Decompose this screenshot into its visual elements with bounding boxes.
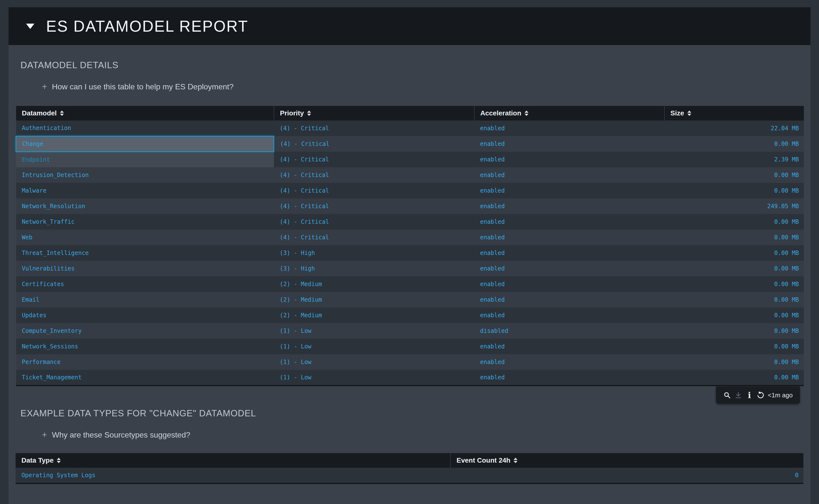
cell-event-count[interactable]: 0	[450, 468, 803, 483]
table-row[interactable]: Performance(1) - Lowenabled0.00 MB	[16, 354, 804, 370]
cell-datamodel[interactable]: Network_Sessions	[16, 339, 274, 354]
cell-link[interactable]: enabled	[480, 234, 505, 241]
column-header-priority[interactable]: Priority	[274, 106, 474, 121]
cell-datamodel[interactable]: Change	[16, 136, 274, 152]
cell-link[interactable]: 0.00 MB	[774, 343, 799, 350]
cell-priority[interactable]: (1) - Low	[274, 323, 474, 339]
cell-link[interactable]: enabled	[480, 250, 505, 256]
cell-datamodel[interactable]: Threat_Intelligence	[16, 245, 274, 261]
table-row[interactable]: Web(4) - Criticalenabled0.00 MB	[16, 230, 804, 245]
cell-link[interactable]: Network_Sessions	[22, 343, 78, 350]
cell-link[interactable]: 0	[795, 472, 799, 479]
cell-priority[interactable]: (4) - Critical	[274, 214, 474, 230]
cell-size[interactable]: 0.00 MB	[665, 261, 804, 276]
cell-link[interactable]: Compute_Inventory	[22, 327, 82, 334]
cell-priority[interactable]: (2) - Medium	[274, 276, 474, 292]
cell-size[interactable]: 0.00 MB	[665, 292, 804, 308]
cell-datamodel[interactable]: Web	[16, 230, 274, 245]
cell-link[interactable]: Network_Resolution	[22, 203, 85, 210]
cell-priority[interactable]: (1) - Low	[274, 354, 474, 370]
cell-link[interactable]: enabled	[480, 172, 505, 178]
table-row[interactable]: Malware(4) - Criticalenabled0.00 MB	[16, 183, 804, 198]
cell-link[interactable]: Ticket_Management	[22, 374, 82, 381]
cell-datamodel[interactable]: Endpoint	[16, 152, 274, 167]
cell-priority[interactable]: (3) - High	[274, 245, 474, 261]
table-row[interactable]: Network_Resolution(4) - Criticalenabled2…	[16, 198, 804, 214]
cell-acceleration[interactable]: enabled	[474, 136, 665, 152]
cell-link[interactable]: 0.00 MB	[774, 312, 799, 319]
cell-link[interactable]: (2) - Medium	[280, 312, 322, 319]
cell-link[interactable]: enabled	[480, 156, 505, 163]
column-header-data-type[interactable]: Data Type	[16, 453, 450, 468]
cell-link[interactable]: Updates	[22, 312, 47, 319]
cell-link[interactable]: enabled	[480, 359, 505, 365]
cell-link[interactable]: Operating System Logs	[21, 472, 95, 479]
column-header-acceleration[interactable]: Acceleration	[474, 106, 665, 121]
cell-datamodel[interactable]: Email	[16, 292, 274, 308]
cell-datamodel[interactable]: Ticket_Management	[16, 370, 274, 385]
cell-link[interactable]: Intrusion_Detection	[22, 172, 89, 178]
cell-link[interactable]: enabled	[480, 312, 505, 319]
cell-acceleration[interactable]: enabled	[474, 339, 665, 354]
cell-size[interactable]: 0.00 MB	[665, 339, 804, 354]
cell-size[interactable]: 0.00 MB	[665, 136, 804, 152]
cell-link[interactable]: enabled	[480, 374, 505, 381]
cell-size[interactable]: 0.00 MB	[665, 214, 804, 230]
column-header-datamodel[interactable]: Datamodel	[16, 106, 274, 121]
cell-link[interactable]: enabled	[480, 296, 505, 303]
cell-link[interactable]: 0.00 MB	[774, 250, 799, 256]
cell-priority[interactable]: (1) - Low	[274, 370, 474, 385]
cell-datamodel[interactable]: Intrusion_Detection	[16, 167, 274, 183]
cell-priority[interactable]: (4) - Critical	[274, 183, 474, 198]
cell-size[interactable]: 0.00 MB	[665, 245, 804, 261]
cell-link[interactable]: (4) - Critical	[280, 156, 329, 163]
cell-acceleration[interactable]: enabled	[474, 183, 665, 198]
cell-link[interactable]: Malware	[22, 187, 47, 194]
cell-priority[interactable]: (2) - Medium	[274, 292, 474, 308]
cell-acceleration[interactable]: enabled	[474, 292, 665, 308]
cell-link[interactable]: disabled	[480, 327, 508, 334]
cell-datamodel[interactable]: Certificates	[16, 276, 274, 292]
cell-link[interactable]: Email	[22, 296, 39, 303]
cell-link[interactable]: (4) - Critical	[280, 187, 329, 194]
cell-acceleration[interactable]: enabled	[474, 167, 665, 183]
cell-acceleration[interactable]: enabled	[474, 370, 665, 385]
table-row[interactable]: Change(4) - Criticalenabled0.00 MB	[16, 136, 804, 152]
cell-link[interactable]: enabled	[480, 265, 505, 272]
cell-priority[interactable]: (4) - Critical	[274, 152, 474, 167]
cell-datamodel[interactable]: Network_Traffic	[16, 214, 274, 230]
cell-acceleration[interactable]: enabled	[474, 230, 665, 245]
refresh-icon[interactable]	[757, 391, 764, 399]
cell-link[interactable]: (4) - Critical	[280, 172, 329, 178]
cell-link[interactable]: Certificates	[22, 281, 64, 288]
cell-link[interactable]: (1) - Low	[280, 374, 312, 381]
cell-link[interactable]: enabled	[480, 125, 505, 132]
cell-size[interactable]: 0.00 MB	[665, 167, 804, 183]
cell-priority[interactable]: (2) - Medium	[274, 308, 474, 323]
cell-link[interactable]: (1) - Low	[280, 359, 312, 365]
cell-link[interactable]: 0.00 MB	[774, 327, 799, 334]
expander-sourcetypes-help[interactable]: + Why are these Sourcetypes suggested?	[42, 430, 190, 440]
cell-link[interactable]: enabled	[480, 140, 505, 147]
cell-link[interactable]: 2.39 MB	[774, 156, 799, 163]
cell-link[interactable]: enabled	[480, 203, 505, 210]
cell-link[interactable]: Threat_Intelligence	[22, 250, 89, 256]
cell-datamodel[interactable]: Updates	[16, 308, 274, 323]
cell-datamodel[interactable]: Malware	[16, 183, 274, 198]
search-icon[interactable]	[723, 391, 731, 399]
cell-link[interactable]: 0.00 MB	[774, 374, 799, 381]
cell-datamodel[interactable]: Vulnerabilities	[16, 261, 274, 276]
cell-link[interactable]: Vulnerabilities	[22, 265, 75, 272]
cell-link[interactable]: (4) - Critical	[280, 125, 329, 132]
cell-priority[interactable]: (4) - Critical	[274, 230, 474, 245]
cell-link[interactable]: 0.00 MB	[774, 234, 799, 241]
cell-acceleration[interactable]: disabled	[474, 323, 665, 339]
cell-acceleration[interactable]: enabled	[474, 276, 665, 292]
cell-size[interactable]: 2.39 MB	[665, 152, 804, 167]
column-header-event-count[interactable]: Event Count 24h	[450, 453, 803, 468]
cell-size[interactable]: 0.00 MB	[665, 308, 804, 323]
cell-link[interactable]: 0.00 MB	[774, 296, 799, 303]
cell-priority[interactable]: (3) - High	[274, 261, 474, 276]
cell-link[interactable]: Performance	[22, 359, 61, 365]
cell-link[interactable]: 249.05 MB	[767, 203, 799, 210]
